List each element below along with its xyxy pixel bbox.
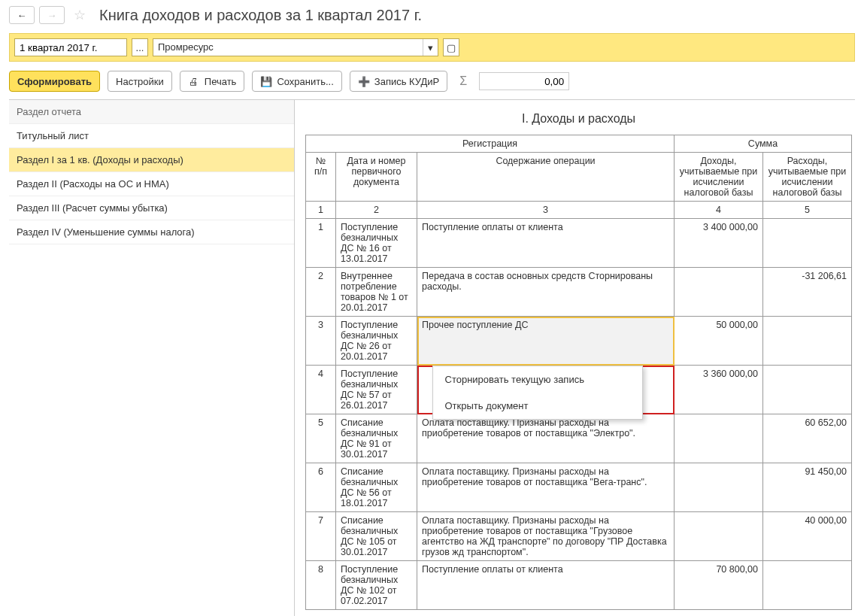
sum-display[interactable] (479, 72, 569, 90)
settings-button[interactable]: Настройки (108, 71, 172, 92)
context-menu-item[interactable]: Открыть документ (433, 393, 642, 419)
col-operation: Содержание операции (417, 153, 675, 202)
arrow-right-icon: → (46, 9, 58, 21)
sidebar-item[interactable]: Титульный лист (9, 124, 294, 148)
table-row[interactable]: 3Поступление безналичных ДС № 26 от 20.0… (306, 317, 852, 366)
favorite-star-icon[interactable]: ☆ (74, 7, 86, 23)
sigma-icon: Σ (455, 74, 471, 88)
print-button[interactable]: 🖨Печать (180, 71, 245, 92)
section-title: I. Доходы и расходы (305, 112, 852, 126)
col-group-registration: Регистрация (306, 135, 675, 153)
context-menu: Сторнировать текущую записьОткрыть докум… (432, 366, 643, 420)
col-income: Доходы, учитываемые при исчислении налог… (675, 153, 763, 202)
sidebar-item[interactable]: Раздел II (Расходы на ОС и НМА) (9, 172, 294, 196)
arrow-left-icon: ← (16, 9, 28, 21)
organization-select[interactable]: Промресурс ▾ (153, 38, 438, 56)
col-document: Дата и номер первичного документа (336, 153, 417, 202)
col-group-sum: Сумма (675, 135, 852, 153)
context-menu-item[interactable]: Сторнировать текущую запись (433, 366, 642, 393)
table-row[interactable]: 5Списание безналичных ДС № 91 от 30.01.2… (306, 414, 852, 463)
col-expense: Расходы, учитываемые при исчислении нало… (763, 153, 852, 202)
filter-bar: ... Промресурс ▾ ▢ (9, 33, 855, 62)
printer-icon: 🖨 (188, 75, 200, 87)
table-row[interactable]: 6Списание безналичных ДС № 56 от 18.01.2… (306, 463, 852, 512)
kudir-entry-button[interactable]: ➕Запись КУДиР (350, 71, 447, 92)
col-number: № п/п (306, 153, 336, 202)
floppy-disk-icon: 💾 (260, 75, 272, 87)
plus-icon: ➕ (358, 75, 370, 87)
report-body: I. Доходы и расходы Регистрация Сумма № … (295, 100, 855, 616)
period-input[interactable] (14, 38, 127, 56)
period-picker-button[interactable]: ... (132, 38, 148, 56)
toolbar: Сформировать Настройки 🖨Печать 💾Сохранит… (0, 68, 864, 99)
table-row[interactable]: 1Поступление безналичных ДС № 16 от 13.0… (306, 219, 852, 268)
table-row[interactable]: 8Поступление безналичных ДС № 102 от 07.… (306, 561, 852, 610)
table-row[interactable]: 7Списание безналичных ДС № 105 от 30.01.… (306, 512, 852, 561)
table-row[interactable]: 2Внутреннее потребление товаров № 1 от 2… (306, 268, 852, 317)
chevron-down-icon: ▾ (423, 39, 438, 56)
sidebar-item[interactable]: Раздел III (Расчет суммы убытка) (9, 196, 294, 220)
sidebar-item[interactable]: Раздел I за 1 кв. (Доходы и расходы) (9, 148, 294, 172)
sidebar-item[interactable]: Раздел IV (Уменьшение суммы налога) (9, 220, 294, 244)
page-title: Книга доходов и расходов за 1 квартал 20… (99, 7, 422, 24)
organization-open-button[interactable]: ▢ (443, 38, 459, 56)
generate-button[interactable]: Сформировать (9, 71, 100, 92)
nav-forward-button[interactable]: → (39, 6, 65, 24)
save-button[interactable]: 💾Сохранить... (252, 71, 341, 92)
organization-value: Промресурс (153, 39, 423, 56)
report-sections-sidebar: Раздел отчета Титульный листРаздел I за … (9, 100, 295, 616)
nav-back-button[interactable]: ← (9, 6, 35, 24)
sidebar-header: Раздел отчета (9, 100, 294, 124)
